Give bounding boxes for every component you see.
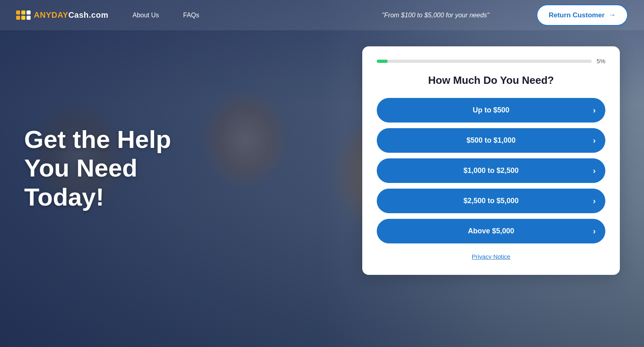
about-us-link[interactable]: About Us bbox=[132, 12, 159, 19]
amount-label-up-to-500: Up to $500 bbox=[473, 106, 509, 114]
amount-btn-2500-to-5000[interactable]: $2,500 to $5,000 › bbox=[377, 189, 605, 213]
hero-section: Get the Help You Need Today! bbox=[24, 125, 171, 211]
form-title: How Much Do You Need? bbox=[377, 74, 605, 87]
privacy-notice-container: Privacy Notice bbox=[377, 253, 605, 260]
amount-arrow-icon-4: › bbox=[593, 196, 596, 206]
return-customer-button[interactable]: Return Customer → bbox=[537, 4, 628, 26]
logo-dot-1 bbox=[16, 10, 20, 15]
nav-tagline: "From $100 to $5,000 for your needs" bbox=[334, 12, 537, 19]
form-panel: 5% How Much Do You Need? Up to $500 › $5… bbox=[362, 46, 620, 275]
logo-dot-5 bbox=[21, 16, 25, 20]
logo-link[interactable]: ANYDAYCash.com bbox=[16, 10, 108, 20]
return-arrow-icon: → bbox=[609, 11, 616, 19]
privacy-notice-link[interactable]: Privacy Notice bbox=[472, 253, 510, 260]
progress-percent: 5% bbox=[597, 58, 605, 64]
logo-dots bbox=[16, 10, 31, 20]
logo-dot-2 bbox=[21, 10, 25, 15]
amount-btn-above-5000[interactable]: Above $5,000 › bbox=[377, 219, 605, 243]
amount-arrow-icon-1: › bbox=[593, 106, 596, 115]
logo-dot-3 bbox=[27, 10, 31, 15]
amount-label-above-5000: Above $5,000 bbox=[468, 227, 514, 235]
navbar: ANYDAYCash.com About Us FAQs "From $100 … bbox=[0, 0, 644, 30]
logo-dot-4 bbox=[16, 16, 20, 20]
nav-links: About Us FAQs bbox=[132, 12, 334, 19]
amount-arrow-icon-2: › bbox=[593, 136, 596, 145]
hero-heading: Get the Help You Need Today! bbox=[24, 125, 171, 211]
return-customer-label: Return Customer bbox=[549, 11, 605, 19]
logo-prefix: ANYDAY bbox=[34, 10, 68, 19]
progress-bar-track bbox=[377, 60, 592, 63]
amount-btn-up-to-500[interactable]: Up to $500 › bbox=[377, 98, 605, 123]
hero-line-1: Get the Help bbox=[24, 125, 171, 153]
amount-label-500-to-1000: $500 to $1,000 bbox=[466, 136, 516, 145]
progress-bar-fill bbox=[377, 60, 388, 63]
progress-bar-container: 5% bbox=[377, 58, 605, 64]
hero-line-3: Today! bbox=[24, 183, 104, 211]
logo-dot-6 bbox=[27, 16, 31, 20]
amount-btn-500-to-1000[interactable]: $500 to $1,000 › bbox=[377, 128, 605, 153]
logo-suffix: Cash.com bbox=[68, 10, 109, 19]
faqs-link[interactable]: FAQs bbox=[183, 12, 199, 19]
amount-label-1000-to-2500: $1,000 to $2,500 bbox=[463, 166, 518, 175]
amount-btn-1000-to-2500[interactable]: $1,000 to $2,500 › bbox=[377, 158, 605, 183]
amount-arrow-icon-5: › bbox=[593, 226, 596, 236]
logo-text: ANYDAYCash.com bbox=[34, 10, 108, 20]
amount-arrow-icon-3: › bbox=[593, 166, 596, 175]
hero-line-2: You Need bbox=[24, 154, 137, 182]
amount-options: Up to $500 › $500 to $1,000 › $1,000 to … bbox=[377, 98, 605, 243]
amount-label-2500-to-5000: $2,500 to $5,000 bbox=[463, 197, 518, 205]
